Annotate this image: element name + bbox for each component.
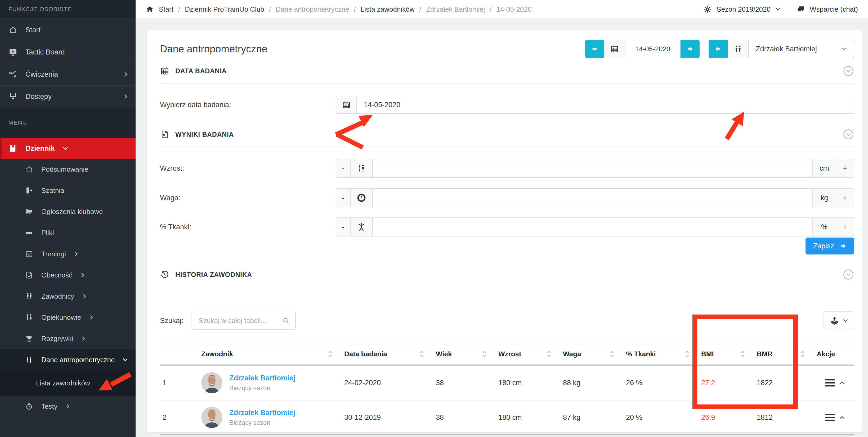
weight-input[interactable]: [373, 188, 813, 207]
date-next-button[interactable]: [681, 40, 700, 58]
collapse-section-icon[interactable]: [843, 129, 854, 140]
sort-icon[interactable]: [800, 350, 805, 358]
fat-increment-button[interactable]: +: [836, 217, 854, 236]
section-historia-zawodnika: HISTORIA ZAWODNIKA: [160, 269, 854, 287]
row-actions: [817, 379, 858, 386]
gear-icon: [703, 5, 712, 13]
history-icon: [160, 270, 169, 279]
column-data-badania[interactable]: Data badania: [344, 343, 436, 365]
weight-decrement-button[interactable]: -: [336, 188, 350, 207]
column-wzrost[interactable]: Wzrost: [498, 343, 563, 365]
sidebar-subitem-szatnia[interactable]: Szatnia: [0, 180, 135, 201]
table-toolbar: Szukaj:: [160, 311, 854, 330]
actions-menu-icon[interactable]: [825, 414, 835, 421]
player-select-value: Zdrzałek Bartłomiej: [756, 45, 817, 53]
guardians-icon: [25, 313, 33, 322]
column-waga[interactable]: Waga: [563, 343, 626, 365]
column-zawodnik[interactable]: Zawodnik: [201, 343, 344, 365]
date-nav-field[interactable]: 14-05-2020: [625, 40, 681, 58]
support-chat-button[interactable]: Wsparcie (chat): [797, 5, 858, 13]
breadcrumb-item[interactable]: Dziennik ProTrainUp Club: [185, 5, 264, 13]
sidebar-subitem-lista-zawodnikow[interactable]: Lista zawodników: [0, 370, 135, 396]
breadcrumb-item[interactable]: Lista zawodników: [361, 5, 415, 13]
breadcrumb-item[interactable]: Start: [159, 5, 174, 13]
home-icon[interactable]: [146, 5, 154, 13]
collapse-row-icon[interactable]: [839, 381, 845, 384]
height-measure-icon: [356, 163, 367, 173]
sort-icon[interactable]: [482, 350, 487, 358]
chevron-right-icon: [81, 336, 86, 341]
sidebar-item-cwiczenia[interactable]: Ćwiczenia: [0, 63, 135, 85]
chat-icon: [797, 5, 805, 13]
sidebar-subitem-rozgrywki[interactable]: Rozgrywki: [0, 328, 135, 349]
date-calendar-button[interactable]: [604, 40, 625, 58]
players-icon: [734, 44, 743, 54]
fat-input[interactable]: [373, 217, 813, 236]
collapse-row-icon[interactable]: [839, 415, 845, 419]
column-bmi[interactable]: BMI: [701, 343, 757, 365]
date-prev-button[interactable]: [585, 40, 604, 58]
svg-text:31: 31: [28, 254, 31, 256]
chevron-down-icon: [63, 146, 68, 150]
player-name-link[interactable]: Zdrzałek Bartłomiej: [229, 374, 295, 382]
players-icon-button[interactable]: [728, 40, 749, 58]
sidebar-subitem-opiekunowie[interactable]: Opiekunowie: [0, 307, 135, 328]
sidebar-subitem-ogloszenia[interactable]: Ogłoszenia klubowe: [0, 201, 135, 222]
exam-date-input[interactable]: [357, 96, 854, 114]
sidebar-subitem-label: Pliki: [41, 229, 54, 237]
calendar-addon[interactable]: [336, 96, 357, 114]
height-input[interactable]: [373, 159, 813, 178]
weight-increment-button[interactable]: +: [836, 188, 854, 207]
sidebar-subitem-pliki[interactable]: Pliki: [0, 222, 135, 243]
sort-icon[interactable]: [328, 350, 333, 358]
breadcrumb-item[interactable]: Zdrzałek Bartłomiej: [426, 5, 485, 13]
breadcrumb-separator: /: [490, 5, 492, 13]
sidebar-item-dziennik[interactable]: Dziennik: [0, 138, 135, 159]
sidebar-subitem-dane-antropometryczne[interactable]: Dane antropometryczne: [0, 349, 135, 370]
actions-menu-icon[interactable]: [825, 379, 835, 386]
column-tkanki[interactable]: % Tkanki: [626, 343, 701, 365]
player-prev-button[interactable]: [709, 40, 728, 58]
season-selector[interactable]: Sezon 2019/2020: [703, 5, 781, 13]
collapse-section-icon[interactable]: [843, 65, 854, 77]
sidebar-item-dostepy[interactable]: Dostępy: [0, 85, 135, 107]
player-name-link[interactable]: Zdrzałek Bartłomiej: [229, 409, 295, 417]
content-area: Dane antropometryczne 14-05-2020: [135, 19, 868, 437]
search-box: [191, 312, 296, 330]
sidebar-subitem-zawodnicy[interactable]: Zawodnicy: [0, 286, 135, 307]
breadcrumb-item[interactable]: Dane antropometryczne: [276, 5, 349, 13]
save-button[interactable]: Zapisz: [806, 238, 854, 255]
sort-icon[interactable]: [420, 350, 424, 358]
fat-decrement-button[interactable]: -: [336, 217, 350, 236]
locker-room-door-icon: [25, 186, 33, 195]
sort-icon[interactable]: [685, 350, 689, 358]
sidebar-subitem-obecnosc[interactable]: Obecność: [0, 265, 135, 286]
table-row: 1 Zdrzałek Bartłomiej Bieżący sezon 24-0…: [160, 366, 854, 401]
sidebar-subitem-podsumowanie[interactable]: Podsumowanie: [0, 159, 135, 180]
calendar-icon: [610, 44, 619, 54]
height-increment-button[interactable]: +: [836, 159, 854, 178]
search-input[interactable]: [198, 316, 282, 325]
sidebar-item-start[interactable]: Start: [0, 19, 135, 41]
column-akcje: Akcje: [817, 343, 858, 365]
date-field-label: Wybierz data badania:: [160, 101, 336, 109]
sidebar-item-label: Dostępy: [25, 93, 116, 101]
chevron-down-icon: [775, 7, 781, 11]
collapse-section-icon[interactable]: [843, 269, 854, 280]
sort-icon[interactable]: [547, 350, 551, 358]
export-button[interactable]: [824, 311, 854, 330]
column-wiek[interactable]: Wiek: [436, 343, 498, 365]
sort-icon[interactable]: [740, 350, 745, 358]
column-bmr[interactable]: BMR: [757, 343, 817, 365]
cell-bmr: 1812: [757, 413, 817, 422]
sort-icon[interactable]: [610, 350, 614, 358]
cell-date: 30-12-2019: [344, 413, 436, 422]
arrow-left-icon: [714, 45, 722, 53]
sidebar-section-personal-label: FUNKCJE OSOBISTE: [8, 6, 72, 13]
player-select[interactable]: Zdrzałek Bartłomiej: [749, 40, 854, 58]
height-decrement-button[interactable]: -: [336, 159, 350, 178]
sidebar-subitem-testy[interactable]: Testy: [0, 396, 135, 417]
sidebar-item-tactic-board[interactable]: Tactic Board: [0, 41, 135, 63]
sidebar-subitem-treningi[interactable]: 31 Treningi: [0, 243, 135, 265]
sidebar-subitem-label: Ogłoszenia klubowe: [41, 208, 103, 216]
